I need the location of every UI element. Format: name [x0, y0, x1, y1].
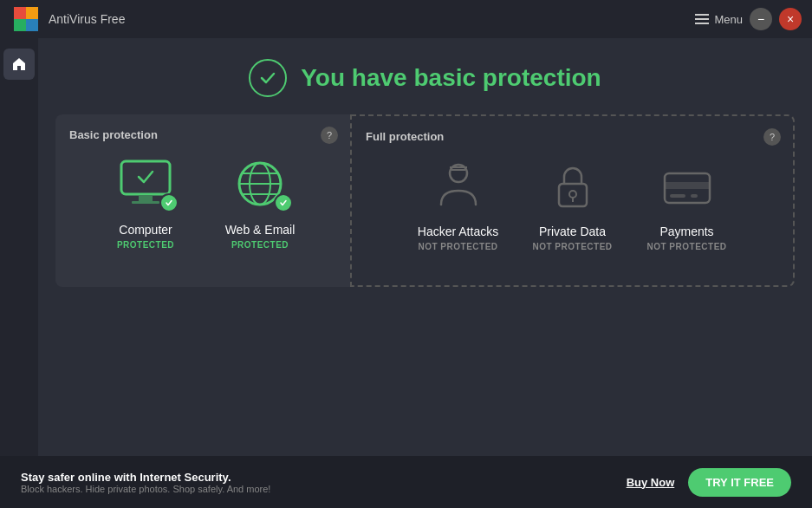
- full-help-button[interactable]: ?: [763, 128, 781, 146]
- footer-banner: Stay safer online with Internet Security…: [0, 456, 812, 508]
- protection-title: You have basic protection: [301, 64, 601, 92]
- payments-item[interactable]: Payments NOT PROTECTED: [635, 157, 739, 251]
- window-controls: Menu − ×: [695, 8, 802, 30]
- computer-protected-badge: [159, 193, 179, 212]
- hacker-icon: [424, 157, 493, 216]
- svg-rect-24: [691, 194, 698, 198]
- payments-name: Payments: [659, 225, 713, 238]
- svg-rect-5: [695, 18, 709, 20]
- svg-rect-3: [26, 19, 38, 31]
- check-badge-icon-2: [279, 199, 288, 207]
- app-logo: AntiVirus Free: [14, 7, 125, 31]
- footer-text-block: Stay safer online with Internet Security…: [21, 471, 609, 494]
- try-free-button[interactable]: TRY IT FREE: [688, 468, 791, 497]
- checkmark-icon: [258, 68, 277, 88]
- protection-check-icon: [249, 59, 287, 97]
- payments-card-icon: [656, 160, 718, 213]
- private-data-icon-wrap: [538, 157, 607, 216]
- basic-help-button[interactable]: ?: [321, 127, 338, 144]
- sidebar-home-button[interactable]: [3, 49, 35, 80]
- full-protection-label: Full protection: [366, 130, 779, 143]
- svg-rect-8: [139, 196, 153, 201]
- svg-rect-0: [14, 7, 26, 19]
- footer-sub-text: Block hackers. Hide private photos. Shop…: [21, 484, 609, 494]
- credit-card-icon: [653, 157, 722, 216]
- app-title: AntiVirus Free: [49, 12, 125, 26]
- web-protected-badge: [274, 193, 293, 212]
- svg-rect-22: [665, 182, 710, 189]
- private-data-name: Private Data: [539, 225, 606, 238]
- svg-point-19: [569, 191, 576, 198]
- buy-now-button[interactable]: Buy Now: [627, 476, 675, 489]
- menu-button[interactable]: Menu: [695, 13, 743, 26]
- svg-rect-1: [26, 7, 38, 19]
- status-header: You have basic protection: [38, 38, 812, 114]
- computer-item[interactable]: Computer PROTECTED: [94, 155, 198, 250]
- hamburger-icon: [695, 14, 709, 24]
- svg-rect-4: [695, 14, 709, 16]
- sidebar: [0, 38, 38, 508]
- payments-icon-wrap: [653, 157, 722, 216]
- computer-icon-wrap: [111, 155, 180, 214]
- protection-row: Basic protection ?: [38, 114, 812, 287]
- svg-rect-23: [670, 194, 685, 198]
- main-content: You have basic protection Basic protecti…: [38, 38, 812, 508]
- svg-rect-6: [695, 23, 709, 24]
- hacker-icon-wrap: [424, 157, 493, 216]
- spacer: [38, 287, 812, 459]
- svg-rect-7: [121, 161, 170, 194]
- basic-protection-card: Basic protection ?: [55, 114, 350, 287]
- full-items-row: Hacker Attacks NOT PROTECTED: [366, 157, 779, 251]
- lock-icon: [538, 157, 607, 216]
- web-email-status: PROTECTED: [231, 240, 289, 250]
- svg-rect-2: [14, 19, 26, 31]
- svg-rect-9: [132, 201, 159, 204]
- home-icon: [11, 56, 27, 72]
- computer-status: PROTECTED: [117, 240, 174, 250]
- svg-rect-18: [559, 184, 587, 206]
- full-protection-card: Full protection ?: [350, 114, 795, 287]
- avg-logo-icon: [14, 7, 42, 31]
- hacker-attacks-item[interactable]: Hacker Attacks NOT PROTECTED: [406, 157, 510, 251]
- computer-name: Computer: [119, 223, 172, 237]
- web-email-name: Web & Email: [225, 223, 296, 237]
- padlock-icon: [542, 160, 604, 213]
- private-data-item[interactable]: Private Data NOT PROTECTED: [521, 157, 625, 251]
- basic-protection-label: Basic protection: [69, 128, 336, 141]
- footer-actions: Buy Now TRY IT FREE: [627, 468, 791, 497]
- basic-items-row: Computer PROTECTED: [69, 155, 336, 250]
- hacker-attacks-status: NOT PROTECTED: [418, 242, 497, 251]
- hacker-attacks-name: Hacker Attacks: [418, 225, 498, 238]
- close-button[interactable]: ×: [779, 8, 802, 30]
- minimize-button[interactable]: −: [750, 8, 772, 30]
- private-data-status: NOT PROTECTED: [532, 242, 612, 251]
- web-email-item[interactable]: Web & Email PROTECTED: [208, 155, 312, 250]
- footer-main-text: Stay safer online with Internet Security…: [21, 471, 609, 484]
- payments-status: NOT PROTECTED: [646, 242, 726, 251]
- check-badge-icon: [165, 199, 173, 207]
- hacker-figure-icon: [427, 160, 490, 213]
- titlebar: AntiVirus Free Menu − ×: [0, 0, 812, 38]
- web-email-icon-wrap: [225, 155, 295, 214]
